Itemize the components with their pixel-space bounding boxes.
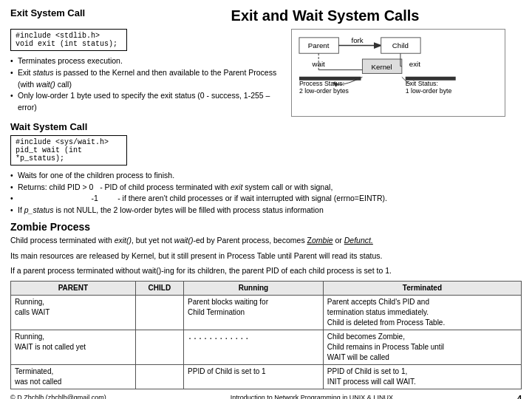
- svg-text:Exit Status:: Exit Status:: [406, 80, 438, 87]
- svg-text:1 low-order byte: 1 low-order byte: [406, 87, 452, 95]
- table-header-parent: PARENT: [11, 282, 136, 296]
- footer: © D.Zhchlh (zhchlh@gmail.com) Introducti…: [10, 394, 522, 399]
- process-diagram: Parent fork Child wait Kernel exit: [291, 29, 505, 117]
- wait-code-box: #include <sys/wait.h> pid_t wait (int *p…: [10, 135, 127, 166]
- diagram-svg: Parent fork Child wait Kernel exit: [298, 34, 499, 102]
- table-header-running: Running: [184, 282, 324, 296]
- wait-title: Wait System Call: [10, 121, 522, 132]
- zombie-section: Zombie Process Child process terminated …: [10, 221, 522, 389]
- wait-bullet-4: If p_status is not NULL, the 2 low-order…: [10, 205, 522, 216]
- wait-bullet-1: Waits for one of the children process to…: [10, 170, 522, 182]
- zombie-desc-2: Its main resources are released by Kerne…: [10, 250, 522, 262]
- wait-bullet-list: Waits for one of the children process to…: [10, 170, 522, 216]
- zombie-desc-3: If a parent process terminated without w…: [10, 265, 522, 277]
- table-cell: PPID of Child is set to 1: [184, 365, 324, 389]
- table-cell: [135, 365, 183, 389]
- svg-text:exit: exit: [409, 60, 420, 68]
- table-row: Running,WAIT is not called yet .........…: [11, 330, 522, 365]
- table-header-terminated: Terminated: [323, 282, 521, 296]
- svg-text:Kernel: Kernel: [372, 63, 392, 71]
- svg-text:Child: Child: [392, 41, 409, 50]
- zombie-title: Zombie Process: [10, 221, 522, 233]
- svg-text:Parent: Parent: [308, 41, 330, 50]
- exit-bullet-2: Exit status is passed to the Kernel and …: [10, 67, 284, 91]
- footer-left: © D.Zhchlh (zhchlh@gmail.com): [10, 394, 106, 399]
- main-title: Exit and Wait System Calls: [129, 7, 522, 24]
- exit-bullet-3: Only low-order 1 byte used to specify th…: [10, 90, 284, 114]
- table-cell: [135, 296, 183, 330]
- table-row: Running,calls WAIT Parent blocks waiting…: [11, 296, 522, 330]
- exit-code-box: #include <stdlib.h> void exit (int statu…: [10, 29, 127, 51]
- table-header-child: CHILD: [135, 282, 183, 296]
- exit-bullet-list: Terminates process execution. Exit statu…: [10, 55, 284, 114]
- wait-section: Wait System Call #include <sys/wait.h> p…: [10, 121, 522, 216]
- zombie-desc-1: Child process terminated with exit(), bu…: [10, 235, 522, 247]
- table-cell: Parent blocks waiting forChild Terminati…: [184, 296, 324, 330]
- wait-bullet-2: Returns: child PID > 0 - PID of child pr…: [10, 182, 522, 194]
- svg-text:Process  Status:: Process Status:: [299, 80, 344, 87]
- exit-system-call-title: Exit System Call: [10, 7, 129, 20]
- zombie-table: PARENT CHILD Running Terminated Running,…: [10, 281, 522, 389]
- table-cell: PPID of Child is set to 1,INIT process w…: [323, 365, 521, 389]
- svg-text:fork: fork: [352, 36, 364, 44]
- svg-text:2 low-order bytes: 2 low-order bytes: [299, 87, 349, 95]
- page-number: 4: [517, 394, 522, 399]
- table-cell: Parent accepts Child's PID andterminatio…: [323, 296, 521, 330]
- table-cell: ............: [184, 330, 324, 365]
- table-row: Terminated,was not called PPID of Child …: [11, 365, 522, 389]
- table-cell: Running,calls WAIT: [11, 296, 136, 330]
- table-cell: Terminated,was not called: [11, 365, 136, 389]
- wait-bullet-3: -1 - if there aren't child processes or …: [10, 193, 522, 205]
- exit-bullet-1: Terminates process execution.: [10, 55, 284, 67]
- table-cell: Running,WAIT is not called yet: [11, 330, 136, 365]
- table-cell: [135, 330, 183, 365]
- footer-center: Introduction to Network Programming in U…: [231, 394, 393, 399]
- table-cell: Child becomes Zombie,Child remains in Pr…: [323, 330, 521, 365]
